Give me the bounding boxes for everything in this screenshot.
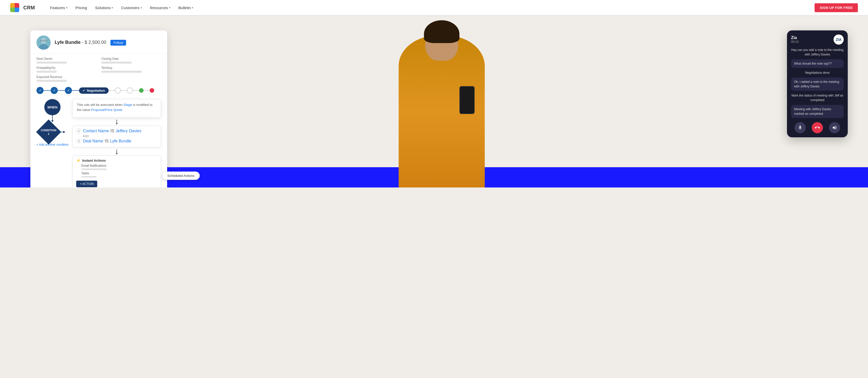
hero-section: Lyfe Bundle - $ 2,500.00 Follow Deal Own… <box>0 15 868 187</box>
workflow-detail: This rule will be executed when Stage is… <box>72 99 161 187</box>
stage-5[interactable] <box>115 87 121 93</box>
nav-customers[interactable]: Customers ▾ <box>121 6 142 10</box>
arrow-tip-1 <box>51 120 54 122</box>
deal-owner-value <box>36 62 67 64</box>
stage-dot-green <box>139 88 144 93</box>
arrow-right-1 <box>58 132 65 132</box>
nav-menu: Features ▾ Pricing Solutions ▾ Customers… <box>50 6 815 10</box>
instant-actions-header: ⚡ Instant Actions <box>76 158 157 163</box>
arrow-connector <box>72 120 161 125</box>
expected-revenue-field: Expected Revenue <box>36 75 96 82</box>
nav-resources[interactable]: Resources ▾ <box>150 6 170 10</box>
deal-title-area: Lyfe Bundle - $ 2,500.00 Follow <box>55 40 126 46</box>
deal-avatar <box>36 35 51 50</box>
zia-message-5: Mark the status of meeting with Jeff as … <box>791 93 844 103</box>
arrow-connector-2 <box>72 149 161 154</box>
condition-1-field: Contact Name <box>83 129 108 133</box>
expected-revenue-value <box>36 80 67 82</box>
action-popup: ⚡ Instant Actions Email Notifications Ta… <box>72 155 161 187</box>
condition-1-row: 1 Contact Name IS Jeffery Davies <box>76 128 157 134</box>
condition-1-val: Jeffery Davies <box>116 129 141 133</box>
stage-negotiation[interactable]: ✓ Negotiation <box>79 87 108 94</box>
stage-line-6 <box>133 90 139 91</box>
stage-line-7 <box>144 90 150 91</box>
zia-info: Zia 00:13 <box>791 35 799 43</box>
nav-pricing[interactable]: Pricing <box>75 6 87 10</box>
person-hair <box>424 20 459 43</box>
condition-1-op: IS <box>111 129 114 133</box>
condition-detail-popup: 1 Contact Name IS Jeffery Davies AND 2 D… <box>72 126 161 147</box>
chevron-down-icon: ▾ <box>169 6 170 9</box>
negotiation-label: Negotiation <box>87 89 105 92</box>
stage-link[interactable]: Stage <box>124 103 132 107</box>
workflow-section: WHEN CONDITION 1 + Add another condition <box>30 97 167 187</box>
zia-message-2: What should the note say?? <box>791 59 844 68</box>
workflow-nodes: WHEN CONDITION 1 + Add another condition <box>36 99 68 187</box>
territory-value <box>101 71 142 73</box>
zia-message-3: Negotiations done <box>791 70 844 75</box>
zia-call-controls <box>787 122 848 133</box>
nav-bulletin[interactable]: Bulletin ▾ <box>179 6 193 10</box>
zia-messages: Hay can you add a note to the meeting wi… <box>787 48 848 118</box>
nav-features[interactable]: Features ▾ <box>50 6 67 10</box>
stage-2[interactable]: ✓ <box>51 87 58 94</box>
speaker-button[interactable] <box>829 122 840 133</box>
zia-chat-card: Zia 00:13 ZIA Hay can you add a note to … <box>787 30 848 137</box>
crm-logo-text: CRM <box>23 5 35 11</box>
stage-6[interactable] <box>127 87 133 93</box>
condition-row-container: CONDITION 1 <box>40 123 65 141</box>
stage-dot-red <box>150 88 154 93</box>
email-action-bar <box>81 169 106 170</box>
deal-title: Lyfe Bundle - $ 2,500.00 Follow <box>55 40 126 46</box>
nav-solutions[interactable]: Solutions ▾ <box>95 6 113 10</box>
stage-line-4 <box>108 90 115 91</box>
territory-field: Territory <box>101 66 161 73</box>
zoho-logo-box <box>10 3 19 12</box>
condition-2-field: Deal Name <box>83 139 103 143</box>
condition-node-label: CONDITION 1 <box>41 128 57 136</box>
closing-date-field: Closing Date <box>101 57 161 64</box>
instant-actions-label: Instant Actions <box>82 158 105 163</box>
deal-fields: Deal Owner Closing Date Probability(%) T… <box>30 54 167 85</box>
chevron-down-icon: ▾ <box>112 6 113 9</box>
zia-time: 00:13 <box>791 40 799 43</box>
crm-workflow-card: Lyfe Bundle - $ 2,500.00 Follow Deal Own… <box>30 30 167 187</box>
scheduled-actions-bubble[interactable]: Scheduled Actions <box>162 172 200 180</box>
probability-value <box>36 71 57 73</box>
scheduled-actions-label: Scheduled Actions <box>167 174 194 178</box>
tasks-item: Tasks <box>81 172 157 175</box>
when-node[interactable]: WHEN <box>44 99 61 115</box>
zia-message-6: Meeting with Jeffery Davies marked as co… <box>791 105 844 118</box>
stage-line-2 <box>58 90 65 91</box>
condition-2-val: Lyfe Bundle <box>110 139 131 143</box>
follow-button[interactable]: Follow <box>111 40 126 46</box>
add-condition-link[interactable]: + Add another condition <box>36 143 68 146</box>
probability-label: Probability(%) <box>36 66 96 70</box>
hero-person-background <box>394 15 490 187</box>
territory-label: Territory <box>101 66 161 70</box>
lightning-icon: ⚡ <box>76 158 81 163</box>
stage-value-link[interactable]: Proposal/Price Quote <box>91 108 123 112</box>
hangup-button[interactable] <box>812 122 823 133</box>
deal-owner-field: Deal Owner <box>36 57 96 64</box>
zia-name: Zia <box>791 35 799 40</box>
chevron-down-icon: ▾ <box>192 6 193 9</box>
stage-3[interactable]: ✓ <box>65 87 72 94</box>
zia-message-1: Hay can you add a note to the meeting wi… <box>791 48 844 57</box>
speaker-icon <box>832 125 837 130</box>
condition-popup-card: 1 Contact Name IS Jeffery Davies AND 2 D… <box>72 120 161 147</box>
condition-2-op: IS <box>104 139 108 143</box>
mute-button[interactable] <box>795 122 806 133</box>
closing-date-label: Closing Date <box>101 57 161 61</box>
when-description: This rule will be executed when Stage is… <box>77 103 157 112</box>
logo[interactable]: CRM <box>10 3 35 12</box>
action-button[interactable]: + ACTION <box>76 181 97 187</box>
stage-line-3 <box>72 90 79 91</box>
signup-button[interactable]: SIGN UP FOR FREE <box>814 3 858 12</box>
stage-1[interactable]: ✓ <box>36 87 43 94</box>
arrow-down-1 <box>52 115 53 120</box>
email-notifications-item: Email Notifications <box>81 164 157 168</box>
when-popup: This rule will be executed when Stage is… <box>72 99 161 118</box>
deal-header: Lyfe Bundle - $ 2,500.00 Follow <box>30 30 167 54</box>
zia-avatar: ZIA <box>834 34 844 45</box>
